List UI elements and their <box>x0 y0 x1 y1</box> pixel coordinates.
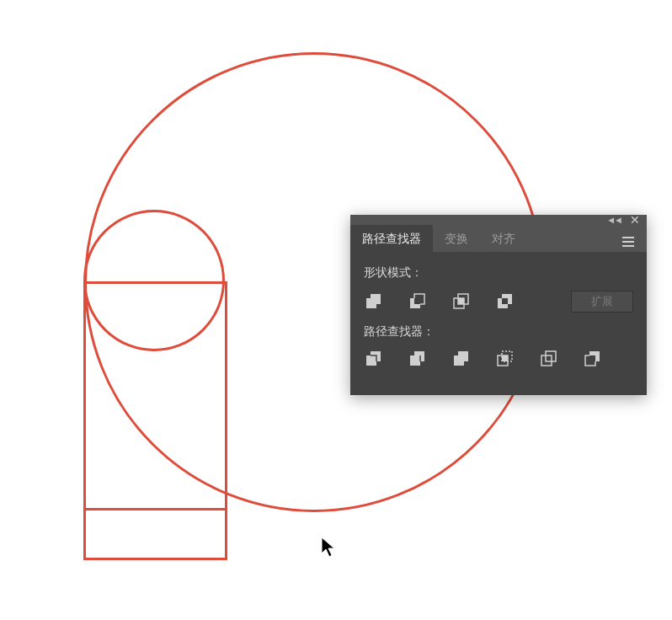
cursor-arrow-icon <box>321 537 336 559</box>
divide-icon[interactable] <box>364 350 382 368</box>
tab-pathfinder[interactable]: 路径查找器 <box>350 225 433 252</box>
panel-tab-strip: 路径查找器 变换 对齐 <box>350 225 647 252</box>
svg-rect-20 <box>502 355 508 361</box>
svg-rect-7 <box>458 298 464 304</box>
exclude-icon[interactable] <box>495 292 514 311</box>
svg-rect-17 <box>458 355 464 361</box>
hamburger-icon <box>622 241 634 243</box>
pathfinders-row <box>364 350 633 368</box>
shape-modes-label: 形状模式： <box>364 265 633 281</box>
panel-topbar: ◄◄ ✕ <box>350 215 647 225</box>
crop-icon[interactable] <box>495 350 514 368</box>
panel-body: 形状模式： 扩展 路径查找器： <box>350 252 647 395</box>
svg-rect-25 <box>589 355 595 361</box>
shape-modes-row: 扩展 <box>364 291 633 313</box>
svg-rect-21 <box>541 355 552 366</box>
minus-front-icon[interactable] <box>408 292 426 311</box>
panel-collapse-button[interactable]: ◄◄ <box>606 215 621 225</box>
pathfinder-panel: ◄◄ ✕ 路径查找器 变换 对齐 形状模式： 扩展 路径查找器： <box>350 215 647 395</box>
svg-rect-22 <box>546 351 556 361</box>
svg-rect-1 <box>371 294 381 304</box>
trim-icon[interactable] <box>408 350 426 368</box>
intersect-icon[interactable] <box>451 292 470 311</box>
merge-icon[interactable] <box>451 350 470 368</box>
tab-align[interactable]: 对齐 <box>480 225 527 252</box>
minus-back-icon[interactable] <box>583 350 601 368</box>
panel-close-button[interactable]: ✕ <box>630 213 640 227</box>
unite-icon[interactable] <box>364 292 382 311</box>
tab-transform[interactable]: 变换 <box>433 225 480 252</box>
rectangle-inner-line <box>85 508 227 510</box>
svg-rect-14 <box>410 355 420 366</box>
outline-icon[interactable] <box>539 350 557 368</box>
expand-button[interactable]: 扩展 <box>571 291 633 313</box>
pathfinders-label: 路径查找器： <box>364 324 633 339</box>
svg-rect-4 <box>414 298 420 304</box>
svg-rect-12 <box>371 351 381 361</box>
svg-rect-10 <box>502 298 508 304</box>
small-circle-path[interactable] <box>83 210 225 351</box>
panel-menu-button[interactable] <box>616 232 640 245</box>
